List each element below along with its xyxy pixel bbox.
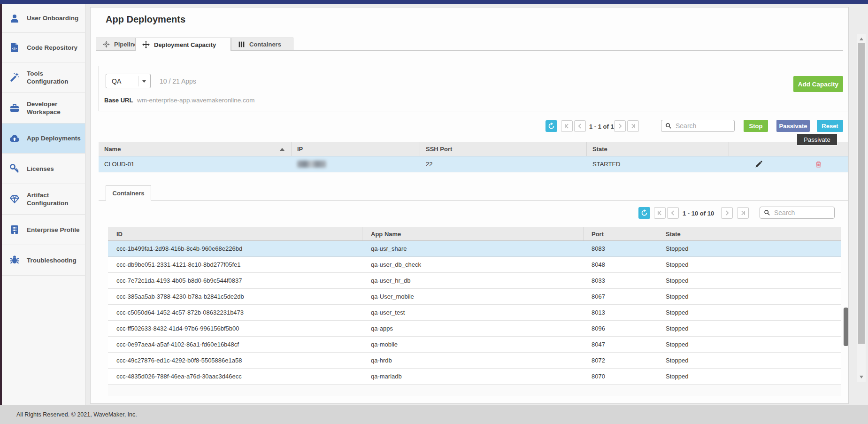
briefcase-icon (9, 102, 20, 114)
containers-pagination-label: 1 - 10 of 10 (683, 210, 714, 217)
column-header-id[interactable]: ID (108, 227, 362, 240)
environment-select-value: QA (112, 77, 121, 85)
page-scrollbar[interactable] (857, 34, 866, 382)
app-name-cell: qa-user_db_check (362, 261, 584, 268)
container-row[interactable]: ccc-7e72c1da-4193-4b05-b8d0-6b9c544f0837… (108, 273, 841, 289)
containers-search-input[interactable] (773, 208, 825, 217)
container-row[interactable]: ccc-0e97aea4-a5af-4102-86a1-fd60e16b48cf… (108, 337, 841, 353)
sidebar-item-code-repository[interactable]: </> Code Repository (2, 33, 85, 62)
sidebar-item-troubleshooting[interactable]: Troubleshooting (2, 245, 85, 276)
refresh-button[interactable] (545, 120, 557, 132)
sidebar-item-developer-workspace[interactable]: Developer Workspace (2, 93, 85, 123)
scroll-down-icon[interactable] (860, 376, 863, 378)
sidebar-item-licenses[interactable]: Licenses (2, 154, 85, 184)
search-icon (764, 209, 770, 216)
container-row[interactable]: ccc-4835d026-788f-46ea-a76d-30aac3d46ecc… (108, 369, 841, 385)
scroll-up-icon[interactable] (860, 38, 863, 40)
container-row[interactable]: ccc-49c27876-ed1c-4292-b0f8-5505886e1a58… (108, 353, 841, 369)
vm-search-input[interactable] (675, 122, 726, 130)
next-page-icon (617, 123, 622, 129)
containers-refresh-button[interactable] (638, 207, 650, 219)
column-header-port[interactable]: Port (584, 227, 657, 240)
delete-row-button[interactable] (788, 156, 848, 172)
pencil-icon (755, 161, 762, 168)
container-row[interactable]: ccc-1b499fa1-2d98-416b-8c4b-960e68e226bd… (108, 241, 841, 257)
sort-ascending-icon (280, 148, 284, 151)
column-header-ip[interactable]: IP (292, 142, 420, 156)
container-id-cell: ccc-ff502633-8432-41d4-97b6-996156bf5b00 (108, 325, 362, 332)
tab-containers[interactable]: Containers (231, 38, 293, 51)
port-cell: 8072 (584, 357, 657, 364)
footer: All Rights Reserved. © 2021, WaveMaker, … (0, 405, 868, 424)
port-cell: 8048 (584, 261, 657, 268)
column-header-state[interactable]: State (587, 142, 729, 156)
sidebar-item-tools-configuration[interactable]: Tools Configuration (2, 62, 85, 93)
partial-row (108, 385, 841, 396)
tab-label: Pipeline (114, 41, 138, 48)
copyright-text: All Rights Reserved. © 2021, WaveMaker, … (16, 411, 137, 418)
sidebar-item-label: Enterprise Profile (27, 226, 84, 234)
edit-row-button[interactable] (729, 156, 788, 172)
containers-table-scrollbar-thumb[interactable] (844, 308, 848, 346)
container-row[interactable]: ccc-385aa5ab-3788-4230-b78a-b2841c5de2db… (108, 289, 841, 305)
vm-state-cell: STARTED (587, 156, 729, 172)
prev-page-button[interactable] (574, 120, 586, 132)
last-page-icon (740, 210, 745, 216)
magic-wand-icon (9, 72, 20, 83)
prev-page-icon (670, 210, 676, 216)
prev-page-icon (577, 123, 583, 129)
app-name-cell: qa-hrdb (362, 357, 584, 364)
column-header-state[interactable]: State (657, 227, 841, 240)
port-cell: 8083 (584, 245, 657, 252)
app-name-cell: qa-apps (362, 325, 584, 332)
user-icon (9, 13, 20, 24)
next-page-button[interactable] (614, 120, 626, 132)
cloud-upload-icon (9, 133, 20, 144)
column-header-ssh-port[interactable]: SSH Port (420, 142, 587, 156)
container-id-cell: ccc-0e97aea4-a5af-4102-86a1-fd60e16b48cf (108, 341, 362, 348)
column-label: ID (116, 231, 123, 238)
container-row[interactable]: ccc-db9be051-2331-4121-8c10-8bd277f05fe1… (108, 257, 841, 273)
vm-ip-cell (292, 156, 420, 172)
column-header-app-name[interactable]: App Name (362, 227, 584, 240)
vm-name-cell: CLOUD-01 (99, 156, 292, 172)
column-header-name[interactable]: Name (99, 142, 292, 156)
sidebar-item-app-deployments[interactable]: App Deployments (2, 123, 85, 154)
containers-next-page-button[interactable] (721, 207, 733, 219)
containers-search (760, 207, 835, 219)
environment-select[interactable]: QA (106, 74, 151, 88)
containers-first-page-button[interactable] (654, 207, 666, 219)
container-row[interactable]: ccc-ff502633-8432-41d4-97b6-996156bf5b00… (108, 321, 841, 337)
passivate-button[interactable]: Passivate (776, 120, 810, 132)
first-page-button[interactable] (561, 120, 573, 132)
containers-prev-page-button[interactable] (667, 207, 679, 219)
first-page-icon (564, 123, 569, 129)
sidebar-item-label: Code Repository (27, 44, 84, 52)
state-cell: Stopped (657, 341, 841, 348)
sidebar-item-artifact-configuration[interactable]: Artifact Configuration (2, 184, 85, 215)
tab-label: Containers (249, 41, 281, 48)
state-cell: Stopped (657, 309, 841, 316)
stop-button[interactable]: Stop (744, 120, 768, 132)
select-divider (138, 76, 139, 86)
page-title: App Deployments (106, 14, 185, 25)
state-cell: Stopped (657, 373, 841, 380)
container-row[interactable]: ccc-c5050d64-1452-4c57-872b-08632231b473… (108, 305, 841, 321)
page-scrollbar-thumb[interactable] (858, 43, 865, 344)
tab-deployment-capacity[interactable]: Deployment Capacity (135, 38, 231, 51)
tab-label: Deployment Capacity (154, 41, 216, 48)
last-page-button[interactable] (627, 120, 639, 132)
column-label: State (666, 231, 681, 238)
reset-button[interactable]: Reset (817, 120, 843, 132)
column-label: App Name (371, 231, 401, 238)
vm-table-row[interactable]: CLOUD-01 22 STARTED (99, 156, 848, 172)
containers-last-page-button[interactable] (737, 207, 749, 219)
subtab-containers[interactable]: Containers (106, 185, 151, 200)
add-capacity-button[interactable]: Add Capacity (793, 76, 843, 92)
sidebar-item-label: Licenses (27, 165, 84, 173)
tab-pipeline[interactable]: Pipeline (96, 38, 135, 51)
sidebar-item-enterprise-profile[interactable]: Enterprise Profile (2, 215, 85, 245)
port-cell: 8013 (584, 309, 657, 316)
sidebar-item-user-onboarding[interactable]: User Onboarding (2, 4, 85, 33)
app-name-cell: qa-user_hr_db (362, 277, 584, 284)
